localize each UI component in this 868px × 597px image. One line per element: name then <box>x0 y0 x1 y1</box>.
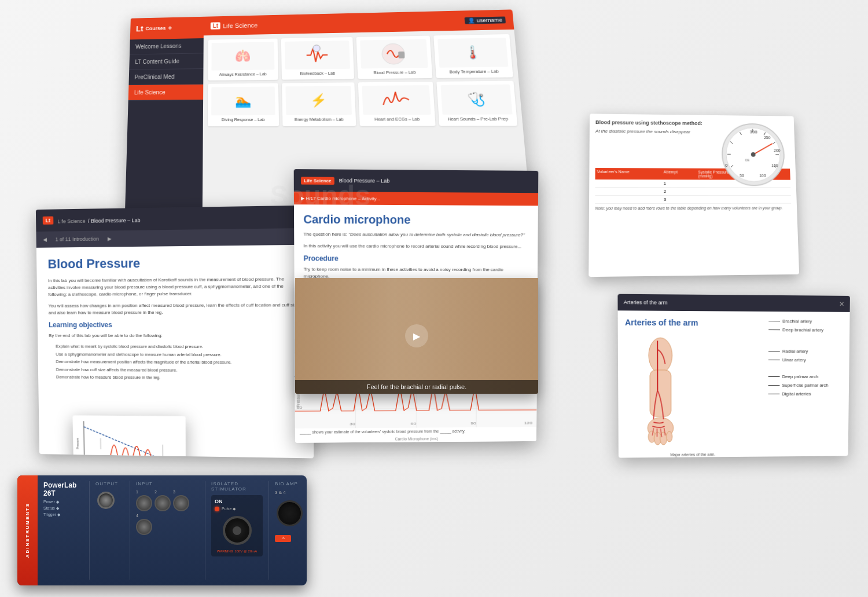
biamp-warning-indicator: ⚠ <box>275 535 291 542</box>
artery-deep-brachial: Deep brachial artery <box>768 327 843 333</box>
sidebar-item-welcome[interactable]: Welcome Lessons <box>130 38 204 54</box>
sidebar-item-lifescience[interactable]: Life Science <box>128 85 204 101</box>
svg-line-5 <box>84 427 175 459</box>
input-col-4: 4 <box>136 514 152 535</box>
heartsounds-label: Heart Sounds – Pre-Lab Prep <box>443 117 513 122</box>
hw-biamp-section: Bio Amp 3 & 4 ⚠ <box>275 481 307 580</box>
hw-model-text: PowerLab 26T <box>43 481 83 497</box>
stim-led <box>215 507 219 511</box>
energy-label: Energy Metabolism – Lab <box>286 118 352 123</box>
artery-brachial: Brachial artery <box>768 318 843 324</box>
panel-bp-lab: Lt Life Science / Blood Pressure – Lab ◀… <box>36 205 315 458</box>
biofeedback-label: Biofeedback – Lab <box>285 71 350 77</box>
input-connector-3[interactable] <box>173 495 189 511</box>
top-bar: Lt Life Science 👤 username <box>204 9 514 35</box>
ecg-label: Heart and ECGs – Lab <box>363 117 432 122</box>
table-row-3: 3 <box>595 196 791 204</box>
bloodpressure-label: Blood Pressure – Lab <box>361 70 428 76</box>
stim-pulse-text: Pulse ◆ <box>222 507 236 511</box>
play-button[interactable]: ▶ <box>405 324 428 347</box>
close-button[interactable]: ✕ <box>839 300 844 307</box>
lab-card-energy[interactable]: ⚡ Energy Metabolism – Lab <box>282 83 356 126</box>
sidebar-item-preclinical[interactable]: PreClinical Med <box>128 69 203 85</box>
svg-point-0 <box>313 45 321 52</box>
svg-text:90: 90 <box>470 422 476 426</box>
nav-next[interactable]: ▶ <box>108 236 112 241</box>
svg-rect-45 <box>650 370 671 416</box>
stim-label: Isolated Stimulator <box>211 481 263 492</box>
lab-card-biofeedback[interactable]: Biofeedback – Lab <box>281 37 354 80</box>
hw-output-section: Output <box>95 481 130 580</box>
hw-content: PowerLab 26T Power ◆ Status ◆ Trigger ◆ … <box>38 475 307 585</box>
panel-video: ▶ Feel for the brachial or radial pulse. <box>295 278 538 394</box>
arteries-content: Arteries of the arm <box>618 310 850 457</box>
video-caption: Feel for the brachial or radial pulse. <box>295 380 538 394</box>
hw-input-section: Input 1 2 3 <box>136 481 205 580</box>
svg-rect-2 <box>398 51 404 58</box>
svg-text:60: 60 <box>411 422 417 426</box>
stim-connector-inner <box>233 526 241 535</box>
lab-card-diving[interactable]: 🏊 Diving Response – Lab <box>208 83 279 126</box>
lab-card-bloodpressure[interactable]: Blood Pressure – Lab <box>356 36 433 79</box>
lab-card-ecg[interactable]: Heart and ECGs – Lab <box>358 82 436 126</box>
heartsounds-icon: 🩺 <box>440 85 512 115</box>
objective-3: Demonstrate how measurement position aff… <box>56 359 302 366</box>
svg-text:120: 120 <box>524 421 532 425</box>
objective-1: Explain what is meant by systolic blood … <box>56 344 302 350</box>
sidebar-item-content[interactable]: LT Content Guide <box>129 53 203 69</box>
objective-5: Demonstrate how to measure blood pressur… <box>56 375 303 382</box>
svg-text:30: 30 <box>350 422 355 426</box>
digital-label: Digital arteries <box>782 391 811 397</box>
lab-card-airways[interactable]: 🫁 Airways Resistance – Lab <box>208 38 278 80</box>
input-label: Input <box>136 481 199 486</box>
attempt-2: 2 <box>664 189 698 193</box>
input-num-1: 1 <box>136 490 152 494</box>
nav-label: 1 of 11 Introduction <box>56 236 100 243</box>
superficial-palmar-label: Superficial palmar arch <box>782 383 828 388</box>
nav-prev[interactable]: ◀ <box>43 237 47 243</box>
arteries-caption: Major arteries of the arm. <box>626 452 759 457</box>
pressure-gauge: 300 250 200 150 100 50 0 CE <box>719 121 788 189</box>
artery-ulnar: Ulnar artery <box>768 357 843 362</box>
logo-text: Lt <box>136 24 144 33</box>
svg-text:0: 0 <box>725 163 727 167</box>
arteries-header: Arteries of the arm ✕ <box>617 294 850 312</box>
objectives-intro: By the end of this lab you will be able … <box>49 332 302 339</box>
lab-grid: 🫁 Airways Resistance – Lab Biofeedback –… <box>208 34 517 126</box>
input-col-2: 2 <box>155 490 171 511</box>
panel-hardware: ADINSTRUMENTS PowerLab 26T Power ◆ Statu… <box>17 475 307 585</box>
cardio-title: Cardio microphone <box>303 213 529 227</box>
input-connector-1[interactable] <box>136 495 152 511</box>
hw-stim-section: Isolated Stimulator ON Pulse ◆ WARNING 1… <box>211 481 269 580</box>
arteries-header-title: Arteries of the arm <box>624 299 668 306</box>
arteries-labels: Brachial artery Deep brachial artery Rad… <box>768 318 843 456</box>
bp-lab-intro2: You will assess how changes in arm posit… <box>49 302 303 316</box>
svg-text:200: 200 <box>774 148 781 152</box>
input-connector-4[interactable] <box>136 519 152 535</box>
biamp-connector[interactable] <box>277 500 303 526</box>
output-connector-1[interactable] <box>97 492 115 509</box>
svg-text:250: 250 <box>764 135 771 140</box>
stim-led-row: Pulse ◆ <box>215 507 259 511</box>
objective-2: Use a sphygmomanometer and stethoscope t… <box>56 351 302 358</box>
svg-text:Pressure: Pressure <box>76 438 79 449</box>
user-badge: 👤 username <box>465 16 506 24</box>
attempt-1: 1 <box>664 181 698 185</box>
bp-lab-breadcrumb: Life Science / Blood Pressure – Lab <box>57 214 140 225</box>
temperature-label: Body Temperature – Lab <box>440 69 509 75</box>
lab-card-temperature[interactable]: 🌡️ Body Temperature – Lab <box>433 34 513 78</box>
cardio-nav-label: ▶ H/17 Cardio microphone – Activity... <box>301 195 380 201</box>
input-col-3: 3 <box>173 490 189 511</box>
input-connector-2[interactable] <box>155 495 171 511</box>
arm-diagram: Arteries of the arm <box>625 318 760 457</box>
stim-box: ON Pulse ◆ WARNING 100V @ 20mA <box>211 495 263 556</box>
deep-palmar-label: Deep palmar arch <box>782 374 818 379</box>
svg-text:CE: CE <box>745 159 749 162</box>
lab-card-heartsounds[interactable]: 🩺 Heart Sounds – Pre-Lab Prep <box>436 81 517 126</box>
stim-on: ON <box>215 499 259 504</box>
svg-text:150: 150 <box>771 163 778 167</box>
ulnar-label: Ulnar artery <box>782 357 806 362</box>
artery-deep-palmar: Deep palmar arch <box>768 374 843 379</box>
biamp-channels: 3 & 4 <box>275 490 307 495</box>
stim-connector-large[interactable] <box>223 516 252 545</box>
